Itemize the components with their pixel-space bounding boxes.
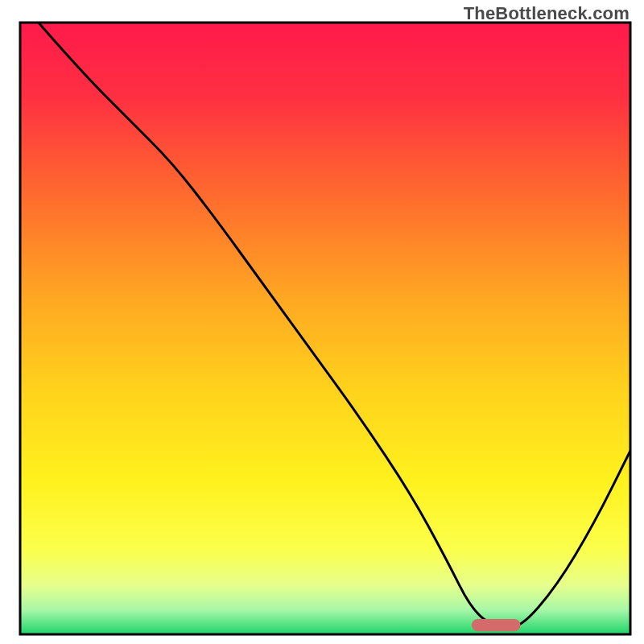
bottleneck-chart bbox=[0, 0, 644, 644]
chart-container: TheBottleneck.com bbox=[0, 0, 644, 644]
gradient-background bbox=[20, 23, 630, 634]
optimal-marker bbox=[472, 619, 521, 631]
